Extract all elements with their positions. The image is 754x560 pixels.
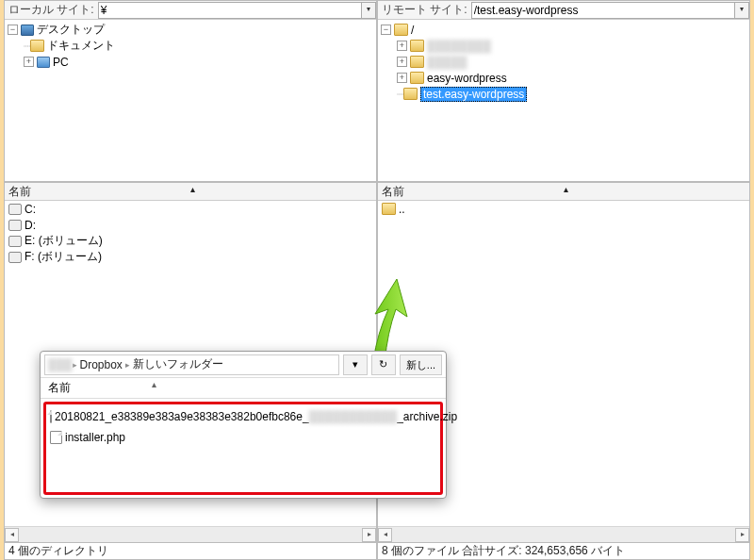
- scroll-left-icon[interactable]: ◂: [5, 528, 19, 542]
- tree-row-remote-item[interactable]: + ████████: [378, 38, 749, 54]
- overlay-toolbar: ███ ▸ Dropbox ▸ 新しいフォルダー ▾ ↻ 新し...: [41, 352, 446, 378]
- list-label: C:: [25, 203, 36, 216]
- tree-row-documents[interactable]: ┈ ドキュメント: [5, 38, 376, 54]
- scroll-right-icon[interactable]: ▸: [735, 528, 749, 542]
- tree-label-blurred: ████████: [427, 40, 491, 53]
- file-icon: [50, 410, 52, 423]
- local-path-dropdown[interactable]: ▾: [362, 2, 376, 19]
- app-container: ローカル サイト: ▾ − デスクトップ ┈ ドキュメント +: [0, 0, 754, 560]
- overlay-file-row-archive[interactable]: 20180821_e38389e383a9e38383e382b0efbc86e…: [50, 406, 436, 427]
- list-label: F: (ボリューム): [25, 249, 102, 265]
- tree-connector: ┈: [397, 88, 402, 101]
- tree-row-test-easy-wordpress[interactable]: ┈ test.easy-wordpress: [378, 86, 749, 102]
- drive-icon: [8, 252, 22, 263]
- local-site-label: ローカル サイト:: [5, 2, 98, 18]
- tree-connector: ┈: [24, 40, 28, 53]
- file-name-part: 20180821_e38389e383a9e38383e382b0efbc86e…: [55, 410, 309, 423]
- folder-icon: [403, 88, 418, 100]
- breadcrumb-blurred: ███: [48, 358, 73, 371]
- list-label: D:: [25, 219, 36, 232]
- file-name: installer.php: [65, 431, 125, 444]
- local-hscroll[interactable]: ◂ ▸: [5, 526, 376, 542]
- column-header-name[interactable]: 名前: [48, 380, 71, 396]
- file-name-blurred: ███████████: [309, 410, 398, 423]
- folder-icon: [30, 40, 44, 52]
- tree-row-root[interactable]: − /: [378, 22, 749, 38]
- sort-arrow-icon: ▴: [187, 184, 195, 194]
- expander-plus-icon[interactable]: +: [397, 41, 407, 51]
- local-path-input[interactable]: [98, 2, 362, 19]
- folder-icon: [382, 203, 396, 215]
- remote-hscroll[interactable]: ◂ ▸: [378, 526, 749, 542]
- list-label: E: (ボリューム): [25, 233, 103, 249]
- overlay-file-list: 20180821_e38389e383a9e38383e382b0efbc86e…: [43, 402, 443, 495]
- breadcrumb-item[interactable]: 新しいフォルダー: [130, 356, 226, 372]
- list-label: ..: [399, 203, 405, 216]
- remote-path-dropdown[interactable]: ▾: [735, 2, 749, 19]
- remote-tree[interactable]: − / + ████████ + █████: [378, 20, 749, 181]
- sort-arrow-icon: ▴: [560, 184, 568, 194]
- file-icon: [50, 431, 62, 444]
- folder-icon: [410, 56, 424, 68]
- expander-plus-icon[interactable]: +: [397, 57, 407, 67]
- scroll-right-icon[interactable]: ▸: [362, 528, 376, 542]
- folder-icon: [410, 72, 424, 84]
- file-name-suffix: _archive.zip: [397, 410, 457, 423]
- breadcrumb-item[interactable]: Dropbox: [77, 358, 125, 371]
- local-tree-pane: ローカル サイト: ▾ − デスクトップ ┈ ドキュメント +: [4, 0, 377, 182]
- remote-tree-pane: リモート サイト: ▾ − / + ████████ +: [377, 0, 750, 182]
- expander-plus-icon[interactable]: +: [397, 73, 407, 83]
- tree-label: ドキュメント: [47, 38, 115, 54]
- pc-icon: [37, 57, 50, 68]
- overlay-file-row-installer[interactable]: installer.php: [50, 427, 436, 448]
- overlay-column-header[interactable]: 名前 ▴: [41, 378, 446, 399]
- drive-icon: [8, 204, 22, 215]
- expander-minus-icon[interactable]: −: [381, 25, 391, 35]
- list-row-drive-c[interactable]: C:: [5, 201, 376, 217]
- drive-icon: [8, 220, 22, 231]
- expander-plus-icon[interactable]: +: [24, 57, 34, 67]
- tree-row-desktop[interactable]: − デスクトップ: [5, 22, 376, 38]
- tree-label: /: [411, 24, 414, 37]
- list-row-drive-f[interactable]: F: (ボリューム): [5, 249, 376, 265]
- tree-label-selected: test.easy-wordpress: [420, 87, 527, 102]
- list-row-drive-d[interactable]: D:: [5, 217, 376, 233]
- breadcrumb-dropdown[interactable]: ▾: [343, 354, 368, 375]
- local-list-header[interactable]: 名前 ▴: [5, 183, 376, 201]
- scroll-track[interactable]: [392, 528, 735, 542]
- remote-path-input[interactable]: [471, 2, 735, 19]
- folder-icon: [410, 40, 424, 52]
- scroll-track[interactable]: [19, 528, 362, 542]
- remote-list-header[interactable]: 名前 ▴: [378, 183, 749, 201]
- desktop-icon: [21, 25, 34, 36]
- expander-minus-icon[interactable]: −: [8, 25, 18, 35]
- remote-site-header: リモート サイト: ▾: [378, 1, 749, 20]
- drive-icon: [8, 236, 22, 247]
- tree-label: easy-wordpress: [427, 72, 507, 85]
- status-bar: 4 個のディレクトリ 8 個のファイル 合計サイズ: 324,653,656 バ…: [4, 543, 750, 560]
- tree-row-remote-item[interactable]: + █████: [378, 54, 749, 70]
- scroll-left-icon[interactable]: ◂: [378, 528, 392, 542]
- local-site-header: ローカル サイト: ▾: [5, 1, 376, 20]
- local-status: 4 個のディレクトリ: [4, 543, 377, 560]
- sort-arrow-icon: ▴: [152, 379, 156, 389]
- remote-site-label: リモート サイト:: [378, 2, 471, 18]
- breadcrumb[interactable]: ███ ▸ Dropbox ▸ 新しいフォルダー: [44, 354, 339, 375]
- list-row-up-dir[interactable]: ..: [378, 201, 749, 217]
- tree-label-blurred: █████: [427, 56, 467, 69]
- tree-row-easy-wordpress[interactable]: + easy-wordpress: [378, 70, 749, 86]
- local-tree[interactable]: − デスクトップ ┈ ドキュメント + PC: [5, 20, 376, 181]
- tree-label: デスクトップ: [37, 22, 105, 38]
- list-row-drive-e[interactable]: E: (ボリューム): [5, 233, 376, 249]
- explorer-overlay: ███ ▸ Dropbox ▸ 新しいフォルダー ▾ ↻ 新し... 名前 ▴ …: [40, 351, 447, 499]
- folder-icon: [394, 24, 408, 36]
- new-button[interactable]: 新し...: [400, 354, 442, 375]
- tree-row-pc[interactable]: + PC: [5, 54, 376, 70]
- remote-status: 8 個のファイル 合計サイズ: 324,653,656 バイト: [377, 543, 750, 560]
- refresh-button[interactable]: ↻: [371, 354, 396, 375]
- tree-label: PC: [53, 56, 69, 69]
